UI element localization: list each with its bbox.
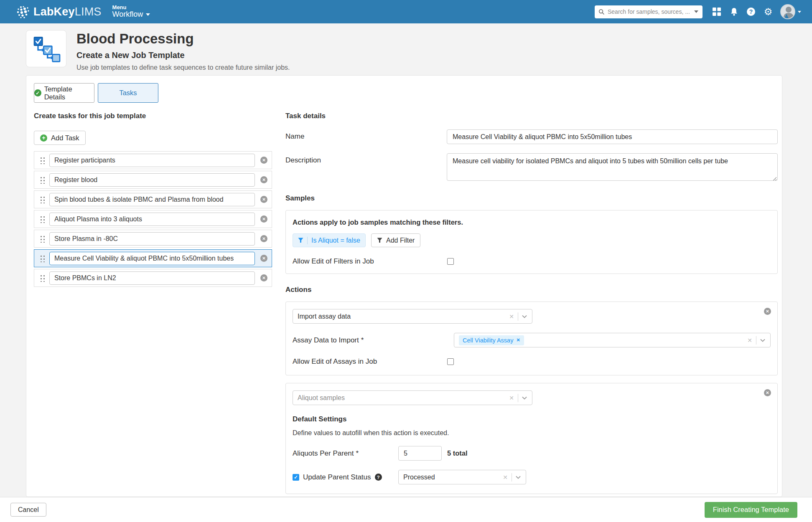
page-subtitle: Create a New Job Template	[76, 51, 290, 60]
chevron-down-icon[interactable]	[756, 339, 768, 342]
add-filter-label: Add Filter	[386, 237, 415, 244]
drag-handle-icon[interactable]	[40, 176, 45, 184]
remove-task-button[interactable]: ✕	[260, 176, 267, 183]
labkey-logo[interactable]: LabKeyLIMS	[17, 5, 102, 18]
task-details-heading: Task details	[285, 112, 778, 120]
remove-task-button[interactable]: ✕	[260, 235, 267, 242]
name-label: Name	[285, 129, 447, 144]
chevron-down-icon[interactable]	[518, 396, 529, 400]
help-icon[interactable]: ?	[746, 7, 756, 17]
action-type-select[interactable]: Import assay data ✕	[293, 309, 532, 324]
drag-handle-icon[interactable]	[40, 157, 45, 164]
filter-chip-label: Is Aliquot = false	[311, 237, 360, 244]
menu-current-value: Workflow	[112, 10, 143, 19]
parent-status-select[interactable]: Processed ✕	[398, 470, 526, 484]
remove-action-button[interactable]: ✕	[764, 389, 771, 396]
notifications-bell-icon[interactable]	[729, 7, 739, 17]
drag-handle-icon[interactable]	[40, 196, 45, 203]
task-name-input[interactable]	[49, 193, 255, 206]
tab-template-details[interactable]: ✓ Template Details	[34, 83, 94, 103]
filter-chip-is-aliquot[interactable]: Is Aliquot = false	[293, 233, 366, 247]
allow-edit-filters-checkbox[interactable]	[447, 258, 454, 265]
action-type-value: Aliquot samples	[298, 394, 505, 402]
template-editor-card: ✓ Template Details Tasks Create tasks fo…	[26, 75, 782, 497]
chevron-down-icon[interactable]	[518, 315, 529, 318]
check-circle-icon: ✓	[34, 89, 41, 96]
update-parent-status-checkbox[interactable]: ✓	[293, 474, 299, 481]
samples-filters-panel: Actions apply to job samples matching th…	[285, 210, 778, 274]
task-name-input[interactable]	[49, 271, 255, 285]
remove-task-button[interactable]: ✕	[260, 274, 267, 281]
chip-divider	[307, 237, 308, 244]
task-row: ✕	[34, 210, 272, 228]
remove-action-button[interactable]: ✕	[764, 308, 771, 315]
apps-grid-icon[interactable]	[712, 7, 722, 17]
chip-remove-icon[interactable]: ✕	[516, 337, 520, 343]
task-row: ✕	[34, 171, 272, 189]
assay-data-select[interactable]: Cell Viability Assay ✕ ✕	[454, 333, 771, 347]
allow-edit-assays-checkbox[interactable]	[447, 358, 454, 365]
settings-gear-icon[interactable]: ⚙	[763, 7, 773, 17]
drag-handle-icon[interactable]	[40, 215, 45, 223]
task-list-panel: Create tasks for this job template + Add…	[34, 112, 272, 497]
assay-chip-label: Cell Viability Assay	[463, 337, 513, 344]
default-settings-note: Define values to autofill when this acti…	[293, 429, 771, 437]
task-list-heading: Create tasks for this job template	[34, 112, 272, 120]
remove-icon: ✕	[766, 390, 769, 395]
drag-handle-icon[interactable]	[40, 255, 45, 262]
task-name-input[interactable]	[49, 154, 255, 167]
task-row: ✕	[34, 190, 272, 208]
clear-select-icon[interactable]: ✕	[743, 337, 756, 344]
remove-icon: ✕	[262, 256, 265, 261]
add-task-button[interactable]: + Add Task	[34, 131, 86, 145]
task-name-input[interactable]	[49, 252, 255, 265]
update-parent-status-label: Update Parent Status	[303, 473, 371, 481]
drag-handle-icon[interactable]	[40, 274, 45, 282]
samples-heading: Samples	[285, 194, 778, 203]
chevron-down-icon[interactable]	[512, 476, 523, 479]
question-glyph: ?	[749, 8, 753, 15]
clear-select-icon[interactable]: ✕	[505, 395, 518, 401]
page-header: Blood Processing Create a New Job Templa…	[0, 23, 812, 75]
task-row: ✕	[34, 230, 272, 248]
filter-funnel-icon	[298, 238, 303, 243]
help-icon[interactable]: ?	[375, 474, 382, 481]
cancel-button[interactable]: Cancel	[10, 503, 46, 517]
plus-icon: +	[40, 134, 47, 142]
parent-status-value: Processed	[403, 474, 499, 481]
brand-suffix: LIMS	[75, 5, 102, 18]
task-detail-name-input[interactable]	[447, 129, 778, 144]
task-description-textarea[interactable]: Measure cell viability for isolated PBMC…	[447, 153, 778, 181]
aliquots-total-text: 5 total	[447, 449, 468, 457]
assay-data-label: Assay Data to Import*	[293, 336, 454, 345]
drag-handle-icon[interactable]	[40, 235, 45, 243]
action-type-select[interactable]: Aliquot samples ✕	[293, 390, 532, 405]
action-card-import-assay: ✕ Import assay data ✕ Assay Data to Impo…	[285, 302, 778, 375]
remove-task-button[interactable]: ✕	[260, 196, 267, 203]
task-name-input[interactable]	[49, 213, 255, 226]
clear-select-icon[interactable]: ✕	[505, 313, 518, 320]
clear-select-icon[interactable]: ✕	[499, 474, 512, 481]
required-mark: *	[361, 336, 364, 344]
remove-task-button[interactable]: ✕	[260, 215, 267, 223]
user-menu[interactable]	[780, 4, 801, 19]
search-scope-caret-icon[interactable]	[694, 10, 698, 13]
wizard-tabs: ✓ Template Details Tasks	[34, 83, 782, 103]
add-filter-button[interactable]: Add Filter	[371, 233, 420, 247]
tab-tasks[interactable]: Tasks	[98, 83, 158, 103]
task-name-input[interactable]	[49, 173, 255, 187]
aliquots-per-parent-input[interactable]	[398, 446, 442, 461]
remove-task-button[interactable]: ✕	[260, 157, 267, 164]
job-template-icon	[26, 30, 66, 67]
task-name-input[interactable]	[49, 232, 255, 246]
allow-edit-filters-label: Allow Edit of Filters in Job	[293, 257, 447, 266]
remove-task-button[interactable]: ✕	[260, 255, 267, 262]
search-input[interactable]	[608, 8, 692, 15]
actions-heading: Actions	[285, 286, 778, 294]
assay-chips: Cell Viability Assay ✕	[459, 335, 743, 345]
finish-creating-template-button[interactable]: Finish Creating Template	[705, 502, 797, 518]
task-details-panel: Task details Name Description Measure ce…	[285, 112, 782, 497]
menu-dropdown[interactable]: Menu Workflow	[112, 5, 150, 19]
page-description: Use job templates to define task sequenc…	[76, 64, 290, 71]
action-type-value: Import assay data	[298, 313, 505, 320]
